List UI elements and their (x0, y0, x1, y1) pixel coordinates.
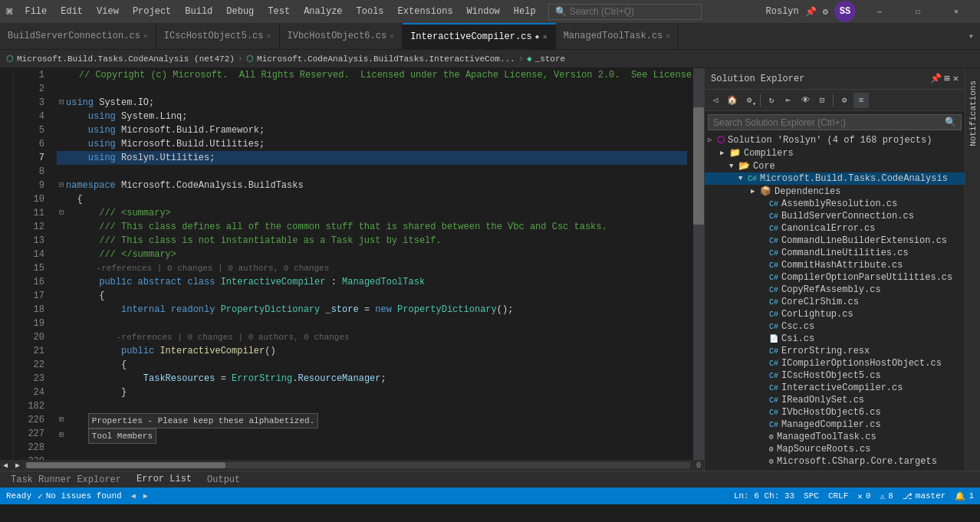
breadcrumb-store[interactable]: _store (535, 54, 566, 64)
fold-icon-3[interactable]: ⊟ (57, 96, 66, 110)
close-button[interactable]: ✕ (939, 0, 974, 23)
cursor-position[interactable]: Ln: 6 Ch: 33 (734, 491, 794, 501)
se-pin-icon[interactable]: 📌 (930, 73, 942, 84)
fold-icon-182[interactable]: ⊞ (57, 428, 66, 442)
search-input[interactable] (570, 6, 677, 17)
se-back-button[interactable]: ◁ (708, 93, 723, 108)
list-item[interactable]: C# CommitHashAttribute.cs (705, 259, 965, 271)
editor-scrollbar[interactable] (693, 68, 704, 460)
menu-edit[interactable]: Edit (54, 3, 89, 20)
list-item[interactable]: C# CanonicalError.cs (705, 222, 965, 235)
se-search[interactable]: 🔍 (708, 114, 962, 130)
breadcrumb-namespace[interactable]: Microsoft.CodeAnalysis.BuildTasks.Intera… (257, 54, 515, 64)
warning-count[interactable]: ⚠ 8 (880, 491, 893, 501)
breadcrumb-project[interactable]: Microsoft.Build.Tasks.CodeAnalysis (net4… (17, 54, 235, 64)
fold-icon-11[interactable]: ⊟ (57, 206, 66, 220)
maximize-button[interactable]: ☐ (900, 0, 936, 23)
list-item[interactable]: C# CorLightup.cs (705, 308, 965, 320)
list-item[interactable]: C# CoreClrShim.cs (705, 296, 965, 308)
tab-build-server[interactable]: BuildServerConnection.cs ✕ (0, 23, 156, 50)
tree-project[interactable]: ▼ C# Microsoft.Build.Tasks.CodeAnalysis (705, 172, 965, 185)
tab-output[interactable]: Output (199, 471, 248, 488)
notifications-label[interactable]: Notifications (967, 74, 979, 153)
se-filter-button[interactable]: ⊡ (814, 93, 830, 108)
menu-project[interactable]: Project (127, 3, 177, 20)
tree-core-folder[interactable]: ▼ 📂 Core (705, 159, 965, 172)
collapsed-region-properties[interactable]: Properties - Please keep these alphabeti… (88, 413, 318, 428)
list-item[interactable]: 📄 Csi.cs (705, 333, 965, 345)
list-item[interactable]: C# BuildServerConnection.cs (705, 210, 965, 222)
menu-window[interactable]: Window (461, 3, 506, 20)
editor-hscroll[interactable]: ◀ ▶ 0 (0, 460, 704, 471)
nav-next-button[interactable]: ▶ (140, 491, 151, 501)
tab-close-icon[interactable]: ✕ (543, 32, 548, 41)
branch-indicator[interactable]: ⎇ master (903, 491, 946, 501)
hscroll-thumb[interactable] (26, 462, 225, 468)
error-count[interactable]: ✕ 0 (857, 491, 870, 501)
list-item[interactable]: C# CompilerOptionParseUtilities.cs (705, 271, 965, 284)
menu-file[interactable]: File (18, 3, 53, 20)
se-expand-icon[interactable]: ⊞ (945, 73, 950, 84)
list-item[interactable]: ⚙ ManagedToolTask.cs (705, 431, 965, 443)
list-item[interactable]: C# ManagedCompiler.cs (705, 419, 965, 431)
list-item[interactable]: C# IVbcHostObject6.cs (705, 406, 965, 419)
tree-solution[interactable]: ▷ ⬡ Solution 'Roslyn' (4 of 168 projects… (705, 133, 965, 146)
pin-icon[interactable]: 📌 (805, 6, 817, 18)
menu-extensions[interactable]: Extensions (392, 3, 459, 20)
tab-ivbc-host[interactable]: IVbcHostObject6.cs ✕ (280, 23, 403, 50)
line-ending-indicator[interactable]: CRLF (828, 491, 848, 501)
list-item[interactable]: C# CopyRefAssembly.cs (705, 284, 965, 296)
menu-view[interactable]: View (90, 3, 125, 20)
tree-dependencies[interactable]: ▶ 📦 Dependencies (705, 185, 965, 198)
list-item[interactable]: C# InteractiveCompiler.cs (705, 382, 965, 394)
tab-interactive-compiler[interactable]: InteractiveCompiler.cs ● ✕ (403, 23, 555, 50)
se-sync-button[interactable]: ⚙ ▾ (742, 93, 757, 108)
fold-icon-9[interactable]: ⊟ (57, 179, 66, 192)
list-item[interactable]: C# ErrorString.resx (705, 345, 965, 357)
se-settings-button[interactable]: ⚙ (837, 93, 852, 108)
se-properties-button[interactable]: 🏠 (725, 93, 740, 108)
se-close-icon[interactable]: ✕ (953, 73, 959, 84)
se-show-all-button[interactable]: 👁 (797, 93, 813, 108)
tab-overflow-button[interactable]: ▾ (962, 31, 980, 42)
menu-help[interactable]: Help (508, 3, 542, 20)
tab-managed-tool[interactable]: ManagedToolTask.cs ✕ (556, 23, 679, 50)
user-avatar[interactable]: SS (834, 1, 856, 22)
list-item[interactable]: C# Csc.cs (705, 320, 965, 333)
tab-close-icon[interactable]: ✕ (266, 31, 271, 41)
menu-debug[interactable]: Debug (220, 3, 260, 20)
se-search-input[interactable] (713, 117, 942, 128)
encoding-indicator[interactable]: SPC (804, 491, 819, 501)
tree-compilers-folder[interactable]: ▶ 📁 Compilers (705, 146, 965, 159)
list-item[interactable]: C# AssemblyResolution.cs (705, 198, 965, 210)
menu-build[interactable]: Build (179, 3, 219, 20)
code-area[interactable]: // Copyright (c) Microsoft. All Rights R… (51, 68, 693, 460)
se-refresh-button[interactable]: ↻ (764, 93, 779, 108)
hscroll-track[interactable] (26, 462, 690, 468)
nav-prev-button[interactable]: ◀ (128, 491, 139, 501)
tab-close-icon[interactable]: ✕ (143, 31, 148, 41)
se-collapse-button[interactable]: ⇤ (781, 93, 796, 108)
menu-analyze[interactable]: Analyze (298, 3, 348, 20)
se-view-button[interactable]: ≡ (853, 93, 869, 108)
settings-icon[interactable]: ⚙ (823, 6, 828, 18)
list-item[interactable]: C# CommandLineBuilderExtension.cs (705, 235, 965, 247)
menu-test[interactable]: Test (261, 3, 296, 20)
nav-next-button[interactable]: ▶ (12, 461, 23, 470)
status-message[interactable]: No issues found (46, 491, 122, 501)
list-item[interactable]: C# ICscHostObject5.cs (705, 369, 965, 382)
list-item[interactable]: C# CommandLineUtilities.cs (705, 247, 965, 259)
scrollbar-thumb[interactable] (693, 107, 704, 225)
tab-task-runner[interactable]: Task Runner Explorer (3, 471, 129, 488)
nav-prev-button[interactable]: ◀ (0, 461, 11, 470)
tab-close-icon[interactable]: ✕ (390, 31, 394, 41)
list-item[interactable]: ⚙ Microsoft.CSharp.Core.targets (705, 455, 965, 468)
tab-error-list[interactable]: Error List (129, 471, 199, 488)
notification-indicator[interactable]: 🔔 1 (955, 491, 974, 501)
list-item[interactable]: ⚙ MapSourceRoots.cs (705, 443, 965, 455)
minimize-button[interactable]: — (862, 0, 897, 23)
tab-close-icon[interactable]: ✕ (666, 31, 670, 41)
list-item[interactable]: C# IReadOnlySet.cs (705, 394, 965, 406)
tab-icsc-host[interactable]: ICscHostObject5.cs ✕ (156, 23, 280, 50)
editor-content[interactable]: 1 2 3 4 5 6 7 8 9 10 11 12 13 14 15 16 1… (0, 68, 704, 460)
